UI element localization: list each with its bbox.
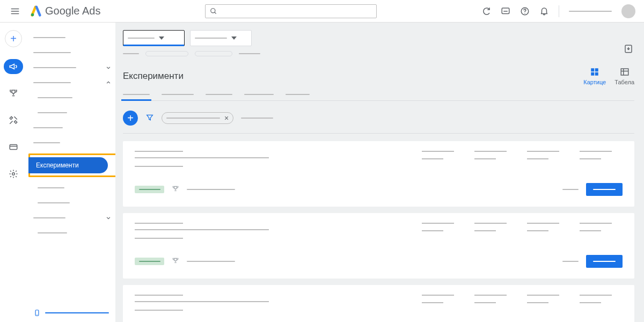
experiment-card[interactable] [123, 141, 634, 207]
nav-bottom-link[interactable] [27, 309, 115, 322]
search-input[interactable] [221, 7, 372, 15]
nav-item[interactable] [27, 210, 115, 225]
nav-item[interactable] [27, 75, 115, 90]
search-wrap [100, 4, 481, 18]
card-summary [135, 295, 360, 311]
product-logo[interactable]: Google Ads [30, 5, 100, 17]
subtab[interactable] [206, 94, 232, 100]
messages-button[interactable] [501, 6, 510, 16]
trophy-icon [9, 89, 18, 98]
secondary-nav: Експерименти [27, 23, 115, 322]
winner-text-placeholder [187, 261, 235, 262]
card-metrics [422, 151, 623, 167]
plus-icon: + [10, 33, 17, 45]
nav-subitem[interactable] [27, 105, 115, 120]
experiments-card-list [123, 141, 634, 322]
remove-filter-button[interactable]: × [224, 114, 229, 122]
search-box[interactable] [205, 4, 377, 18]
nav-item[interactable] [27, 135, 115, 150]
page-title: Експерименти [123, 71, 184, 82]
metric [527, 295, 570, 311]
svg-rect-4 [10, 145, 17, 150]
app-header: Google Ads [0, 0, 644, 23]
rail-billing[interactable] [4, 140, 23, 155]
device-icon [33, 309, 41, 317]
subtab[interactable] [123, 94, 150, 100]
metric [580, 223, 623, 239]
plus-icon: + [127, 112, 134, 125]
breadcrumbs [123, 51, 634, 56]
rail-campaigns[interactable] [4, 59, 23, 74]
subtab[interactable] [162, 94, 194, 100]
breadcrumb-chip[interactable] [195, 51, 232, 56]
subtabs [123, 94, 634, 101]
primary-action-button[interactable] [586, 255, 623, 268]
rail-admin[interactable] [4, 166, 23, 181]
nav-subitem[interactable] [27, 90, 115, 105]
card-icon [9, 142, 18, 152]
help-button[interactable] [520, 6, 530, 16]
card-metrics [422, 223, 623, 239]
nav-item[interactable] [27, 60, 115, 75]
main-menu-button[interactable] [9, 5, 21, 18]
active-filter-chip[interactable]: × [162, 112, 233, 124]
svg-point-0 [31, 13, 34, 16]
metric [527, 151, 570, 167]
dropdown-icon [159, 36, 164, 40]
account-avatar[interactable] [621, 4, 635, 18]
separator [559, 5, 559, 17]
metric [422, 223, 465, 239]
account-name-placeholder[interactable] [569, 11, 612, 12]
secondary-action-placeholder[interactable] [562, 261, 579, 262]
card-summary [135, 223, 360, 239]
breadcrumb-chip[interactable] [145, 51, 188, 56]
main-content: Експерименти Картице Табела + [115, 23, 644, 322]
trophy-icon [172, 185, 179, 194]
notifications-button[interactable] [539, 6, 549, 16]
rail-goals[interactable] [4, 86, 23, 101]
account-scope-select[interactable] [123, 30, 185, 46]
metric [474, 295, 517, 311]
secondary-action-placeholder[interactable] [562, 189, 579, 190]
nav-subitem[interactable] [27, 180, 115, 195]
rail-tools[interactable] [4, 113, 23, 128]
subtab[interactable] [286, 94, 310, 100]
refresh-button[interactable] [481, 6, 491, 16]
megaphone-icon [9, 62, 18, 71]
metric [474, 223, 517, 239]
nav-subitem[interactable] [27, 195, 115, 210]
primary-action-button[interactable] [586, 183, 623, 196]
nav-item[interactable] [27, 45, 115, 60]
experiment-card[interactable] [123, 285, 634, 322]
svg-point-5 [12, 173, 15, 175]
nav-item[interactable] [27, 30, 115, 45]
experiment-card[interactable] [123, 213, 634, 279]
gear-icon [9, 169, 18, 179]
view-table-toggle[interactable]: Табела [614, 67, 634, 85]
add-filter-hint[interactable] [241, 118, 273, 119]
subtab[interactable] [244, 94, 274, 100]
search-icon [210, 8, 217, 15]
breadcrumb-item[interactable] [239, 53, 260, 54]
chevron-up-icon [105, 79, 112, 86]
download-button[interactable] [624, 44, 634, 55]
page-header: Експерименти Картице Табела [123, 67, 634, 85]
breadcrumb-item[interactable] [123, 53, 139, 54]
nav-item[interactable] [27, 120, 115, 135]
nav-item-experiments[interactable]: Експерименти [28, 157, 108, 173]
metric [474, 151, 517, 167]
product-name: Google Ads [45, 5, 100, 17]
add-experiment-button[interactable]: + [123, 111, 138, 126]
metric [580, 295, 623, 311]
nav-subitem[interactable] [27, 225, 115, 240]
view-cards-toggle[interactable]: Картице [583, 67, 606, 85]
svg-rect-10 [591, 72, 594, 76]
icon-rail: + [0, 23, 27, 322]
svg-rect-8 [591, 68, 594, 71]
chevron-down-icon [105, 214, 112, 222]
create-button[interactable]: + [5, 30, 22, 47]
metric [580, 151, 623, 167]
filter-button[interactable] [145, 113, 154, 123]
header-tools [481, 4, 635, 18]
card-metrics [422, 295, 623, 311]
